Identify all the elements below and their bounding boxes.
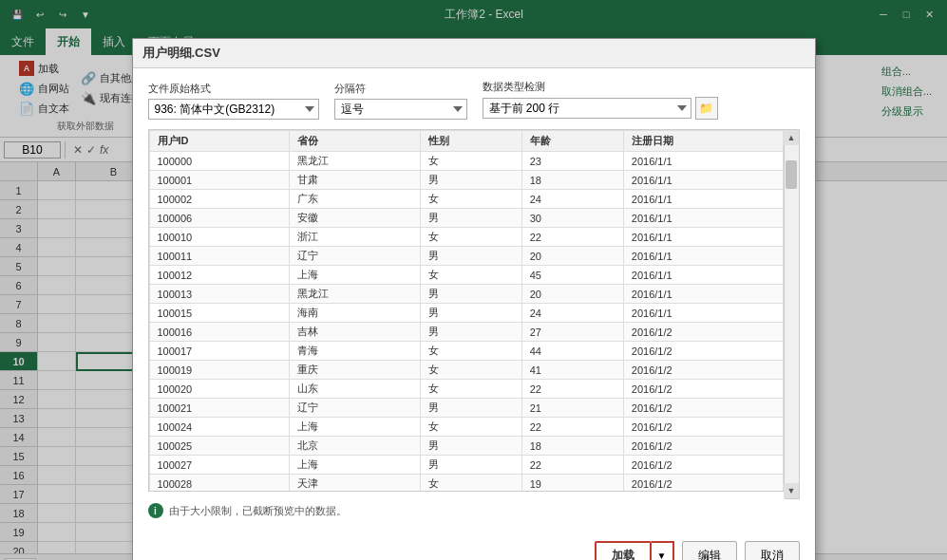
table-cell: 男 — [420, 171, 521, 190]
table-row: 100019重庆女412016/1/2 — [149, 361, 783, 380]
table-cell: 24 — [521, 304, 623, 323]
table-cell: 44 — [521, 342, 623, 361]
table-cell: 100010 — [149, 228, 290, 247]
table-cell: 2016/1/1 — [623, 171, 783, 190]
preview-container: 用户ID 省份 性别 年龄 注册日期 100000黑龙江女232016/1/11… — [148, 129, 785, 492]
table-cell: 2016/1/1 — [623, 266, 783, 285]
table-cell: 100027 — [149, 456, 290, 475]
table-cell: 男 — [420, 247, 521, 266]
table-cell: 2016/1/2 — [623, 456, 783, 475]
edit-button[interactable]: 编辑 — [682, 541, 737, 560]
scroll-thumb[interactable] — [786, 160, 797, 189]
table-cell: 2016/1/1 — [623, 228, 783, 247]
table-row: 100010浙江女222016/1/1 — [149, 228, 783, 247]
table-row: 100020山东女222016/1/2 — [149, 380, 783, 399]
table-cell: 2016/1/1 — [623, 247, 783, 266]
preview-scroll[interactable]: 用户ID 省份 性别 年龄 注册日期 100000黑龙江女232016/1/11… — [149, 130, 784, 491]
table-cell: 女 — [420, 418, 521, 437]
preview-table-container: 用户ID 省份 性别 年龄 注册日期 100000黑龙江女232016/1/11… — [148, 129, 785, 499]
table-cell: 100021 — [149, 399, 290, 418]
delimiter-select[interactable]: 逗号 — [334, 99, 467, 120]
table-cell: 2016/1/1 — [623, 285, 783, 304]
data-type-group: 数据类型检测 基于前 200 行 📁 — [483, 80, 718, 120]
table-cell: 辽宁 — [290, 247, 420, 266]
table-row: 100001甘肃男182016/1/1 — [149, 171, 783, 190]
modal-overlay: 用户明细.CSV 文件原始格式 936: 简体中文(GB2312) 分隔符 — [0, 0, 947, 560]
table-cell: 100019 — [149, 361, 290, 380]
scroll-up-arrow[interactable]: ▲ — [784, 130, 799, 145]
cancel-button[interactable]: 取消 — [745, 541, 800, 560]
delimiter-label: 分隔符 — [334, 82, 467, 96]
file-origin-select[interactable]: 936: 简体中文(GB2312) — [148, 99, 319, 120]
table-cell: 广东 — [290, 190, 420, 209]
table-cell: 100000 — [149, 152, 290, 171]
table-cell: 重庆 — [290, 361, 420, 380]
table-cell: 45 — [521, 266, 623, 285]
table-cell: 上海 — [290, 266, 420, 285]
table-cell: 上海 — [290, 418, 420, 437]
table-cell: 41 — [521, 361, 623, 380]
table-cell: 22 — [521, 456, 623, 475]
table-row: 100024上海女222016/1/2 — [149, 418, 783, 437]
preview-table: 用户ID 省份 性别 年龄 注册日期 100000黑龙江女232016/1/11… — [149, 130, 784, 491]
table-cell: 男 — [420, 209, 521, 228]
table-cell: 青海 — [290, 342, 420, 361]
preview-table-body: 100000黑龙江女232016/1/1100001甘肃男182016/1/11… — [149, 152, 783, 492]
col-header-regdate: 注册日期 — [623, 131, 783, 152]
col-header-age: 年龄 — [521, 131, 623, 152]
modal-body: 文件原始格式 936: 简体中文(GB2312) 分隔符 逗号 数据类型检测 — [133, 68, 815, 533]
load-button-group: 加载 ▼ — [595, 541, 674, 560]
table-cell: 2016/1/2 — [623, 399, 783, 418]
csv-import-modal: 用户明细.CSV 文件原始格式 936: 简体中文(GB2312) 分隔符 — [132, 38, 816, 560]
table-cell: 2016/1/2 — [623, 323, 783, 342]
table-cell: 黑龙江 — [290, 152, 420, 171]
table-cell: 女 — [420, 266, 521, 285]
table-cell: 24 — [521, 190, 623, 209]
col-header-province: 省份 — [290, 131, 420, 152]
load-button[interactable]: 加载 — [595, 541, 652, 560]
col-header-gender: 性别 — [420, 131, 521, 152]
table-cell: 女 — [420, 228, 521, 247]
table-cell: 18 — [521, 437, 623, 456]
table-cell: 100006 — [149, 209, 290, 228]
load-dropdown-button[interactable]: ▼ — [652, 541, 674, 560]
table-cell: 2016/1/2 — [623, 475, 783, 492]
table-cell: 100017 — [149, 342, 290, 361]
table-cell: 吉林 — [290, 323, 420, 342]
table-cell: 女 — [420, 361, 521, 380]
table-cell: 18 — [521, 171, 623, 190]
modal-title-bar: 用户明细.CSV — [133, 39, 815, 68]
table-cell: 北京 — [290, 437, 420, 456]
table-row: 100000黑龙江女232016/1/1 — [149, 152, 783, 171]
table-cell: 2016/1/1 — [623, 304, 783, 323]
table-cell: 女 — [420, 475, 521, 492]
table-cell: 100001 — [149, 171, 290, 190]
table-cell: 100020 — [149, 380, 290, 399]
data-type-select[interactable]: 基于前 200 行 — [483, 98, 691, 119]
table-cell: 2016/1/2 — [623, 380, 783, 399]
file-browse-button[interactable]: 📁 — [695, 97, 718, 120]
modal-title: 用户明细.CSV — [142, 45, 220, 62]
table-cell: 100002 — [149, 190, 290, 209]
table-cell: 山东 — [290, 380, 420, 399]
table-cell: 2016/1/2 — [623, 418, 783, 437]
table-cell: 上海 — [290, 456, 420, 475]
data-type-label: 数据类型检测 — [483, 80, 718, 94]
table-cell: 男 — [420, 399, 521, 418]
table-cell: 女 — [420, 380, 521, 399]
info-icon: i — [148, 503, 163, 518]
table-cell: 2016/1/1 — [623, 190, 783, 209]
table-row: 100016吉林男272016/1/2 — [149, 323, 783, 342]
table-row: 100006安徽男302016/1/1 — [149, 209, 783, 228]
file-origin-label: 文件原始格式 — [148, 82, 319, 96]
scroll-down-arrow[interactable]: ▼ — [784, 483, 799, 498]
preview-scrollbar: ▲ ▼ — [785, 129, 800, 499]
table-cell: 男 — [420, 285, 521, 304]
table-cell: 浙江 — [290, 228, 420, 247]
preview-wrapper: 用户ID 省份 性别 年龄 注册日期 100000黑龙江女232016/1/11… — [148, 129, 800, 499]
table-cell: 安徽 — [290, 209, 420, 228]
table-cell: 22 — [521, 418, 623, 437]
table-cell: 天津 — [290, 475, 420, 492]
file-origin-group: 文件原始格式 936: 简体中文(GB2312) — [148, 82, 319, 120]
table-cell: 女 — [420, 342, 521, 361]
